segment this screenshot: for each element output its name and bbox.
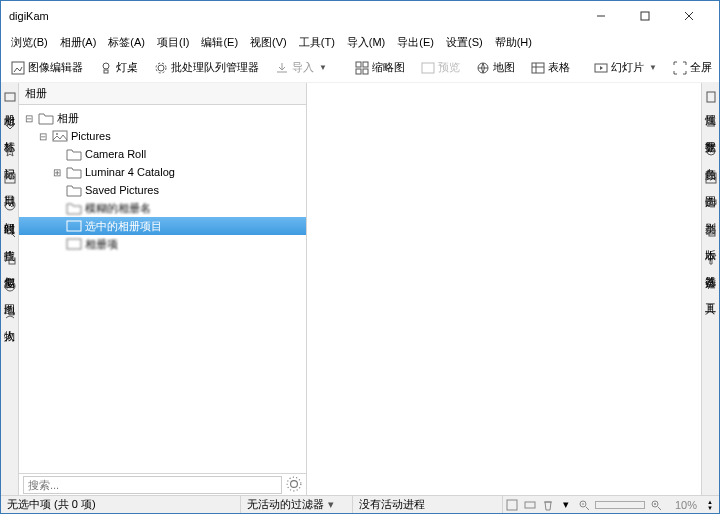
tab-search[interactable]: 查找 xyxy=(1,220,18,247)
svg-point-30 xyxy=(56,133,58,135)
svg-rect-41 xyxy=(709,230,715,236)
thumbnail-view[interactable] xyxy=(307,83,701,495)
search-input[interactable] xyxy=(23,476,282,494)
minimize-button[interactable] xyxy=(579,2,623,30)
menu-edit[interactable]: 编辑(E) xyxy=(195,33,244,52)
zoom-percent: 10% xyxy=(665,499,701,511)
label: 图像编辑器 xyxy=(28,60,83,75)
status-trash-button[interactable] xyxy=(539,499,557,511)
menu-browse[interactable]: 浏览(B) xyxy=(5,33,54,52)
tab-similarity[interactable]: 相似度 xyxy=(1,247,18,274)
zoom-out-button[interactable] xyxy=(575,499,593,511)
tab-properties[interactable]: 属性 xyxy=(702,85,719,112)
tab-filters[interactable]: 筛选器 xyxy=(702,247,719,274)
svg-point-33 xyxy=(291,480,298,487)
svg-rect-39 xyxy=(712,200,716,204)
maximize-button[interactable] xyxy=(623,2,667,30)
svg-rect-32 xyxy=(67,239,81,249)
zoom-in-button[interactable] xyxy=(647,499,665,511)
tree-pictures[interactable]: ⊟Pictures xyxy=(19,127,306,145)
svg-point-36 xyxy=(707,147,715,155)
tab-people[interactable]: 人物 xyxy=(1,301,18,328)
image-editor-button[interactable]: 图像编辑器 xyxy=(5,57,89,78)
import-button[interactable]: 导入▼ xyxy=(269,57,333,78)
album-tree[interactable]: ⊟相册 ⊟Pictures Camera Roll ⊞Luminar 4 Cat… xyxy=(19,105,306,473)
menu-tags[interactable]: 标签(A) xyxy=(102,33,151,52)
menu-import[interactable]: 导入(M) xyxy=(341,33,392,52)
label: 缩略图 xyxy=(372,60,405,75)
tab-map[interactable]: 地图 xyxy=(1,274,18,301)
tab-tools[interactable]: 工具 xyxy=(702,274,719,301)
svg-rect-25 xyxy=(5,254,11,260)
preview-button[interactable]: 预览 xyxy=(415,57,466,78)
tree-root[interactable]: ⊟相册 xyxy=(19,109,306,127)
status-dropdown[interactable]: ▾ xyxy=(557,498,575,511)
status-icon-button[interactable] xyxy=(503,499,521,511)
tree-saved-pictures[interactable]: Saved Pictures xyxy=(19,181,306,199)
menu-export[interactable]: 导出(E) xyxy=(391,33,440,52)
tab-pick[interactable]: 选图 xyxy=(702,166,719,193)
svg-rect-13 xyxy=(422,63,434,73)
svg-point-28 xyxy=(8,309,12,313)
image-icon xyxy=(52,129,68,143)
album-icon xyxy=(66,237,82,251)
tab-labels[interactable]: 标记 xyxy=(1,139,18,166)
main-area: 相册 标签 标记 日期 时间线 查找 相似度 地图 人物 相册 ⊟相册 ⊟Pic… xyxy=(1,83,719,495)
tree-luminar[interactable]: ⊞Luminar 4 Catalog xyxy=(19,163,306,181)
menu-view[interactable]: 视图(V) xyxy=(244,33,293,52)
svg-rect-4 xyxy=(12,62,24,74)
chevron-down-icon: ▼ xyxy=(649,63,657,72)
tab-dates[interactable]: 日期 xyxy=(1,166,18,193)
zoom-stepper[interactable]: ▲▼ xyxy=(701,499,719,511)
tab-versions[interactable]: 版本 xyxy=(702,220,719,247)
tab-albums[interactable]: 相册 xyxy=(1,85,18,112)
tab-categories[interactable]: 类别 xyxy=(702,193,719,220)
svg-line-50 xyxy=(658,507,661,510)
svg-point-5 xyxy=(103,63,109,69)
zoom-slider[interactable] xyxy=(595,501,645,509)
lighttable-button[interactable]: 灯桌 xyxy=(93,57,144,78)
collapse-icon[interactable]: ⊟ xyxy=(37,131,49,142)
slideshow-button[interactable]: 幻灯片▼ xyxy=(588,57,663,78)
menu-album[interactable]: 相册(A) xyxy=(54,33,103,52)
tab-tags[interactable]: 标签 xyxy=(1,112,18,139)
svg-rect-19 xyxy=(5,93,15,101)
fullscreen-button[interactable]: 全屏 xyxy=(667,57,718,78)
import-icon xyxy=(275,61,289,75)
expand-icon[interactable]: ⊞ xyxy=(51,167,63,178)
close-button[interactable] xyxy=(667,2,711,30)
right-sidebar-tabs: 属性 元数据 颜色 选图 类别 版本 筛选器 工具 xyxy=(701,83,719,495)
batch-queue-button[interactable]: 批处理队列管理器 xyxy=(148,57,265,78)
tree-item[interactable]: 相册项 xyxy=(19,235,306,253)
folder-icon xyxy=(66,183,82,197)
tree-item-selected[interactable]: 选中的相册项目 xyxy=(19,217,306,235)
tab-metadata[interactable]: 元数据 xyxy=(702,112,719,139)
svg-point-34 xyxy=(287,477,301,491)
status-selection: 无选中项 (共 0 项) xyxy=(1,496,241,513)
map-button[interactable]: 地图 xyxy=(470,57,521,78)
svg-rect-1 xyxy=(641,12,649,20)
menu-bar: 浏览(B) 相册(A) 标签(A) 项目(I) 编辑(E) 视图(V) 工具(T… xyxy=(1,31,719,53)
menu-tools[interactable]: 工具(T) xyxy=(293,33,341,52)
thumbnails-button[interactable]: 缩略图 xyxy=(349,57,411,78)
left-sidebar-tabs: 相册 标签 标记 日期 时间线 查找 相似度 地图 人物 xyxy=(1,83,19,495)
tab-colors[interactable]: 颜色 xyxy=(702,139,719,166)
svg-rect-37 xyxy=(706,173,716,183)
svg-rect-26 xyxy=(9,258,15,264)
options-icon[interactable] xyxy=(286,476,302,494)
menu-help[interactable]: 帮助(H) xyxy=(489,33,538,52)
menu-settings[interactable]: 设置(S) xyxy=(440,33,489,52)
menu-item[interactable]: 项目(I) xyxy=(151,33,195,52)
status-icon-button[interactable] xyxy=(521,499,539,511)
window-title: digiKam xyxy=(9,10,579,22)
folder-icon xyxy=(38,111,54,125)
tree-item[interactable]: 模糊的相册名 xyxy=(19,199,306,217)
tables-button[interactable]: 表格 xyxy=(525,57,576,78)
tree-camera-roll[interactable]: Camera Roll xyxy=(19,145,306,163)
chevron-down-icon[interactable]: ▾ xyxy=(324,498,338,511)
folder-icon xyxy=(66,147,82,161)
collapse-icon[interactable]: ⊟ xyxy=(23,113,35,124)
center-pane xyxy=(307,83,701,495)
svg-rect-42 xyxy=(507,500,517,510)
tab-timeline[interactable]: 时间线 xyxy=(1,193,18,220)
